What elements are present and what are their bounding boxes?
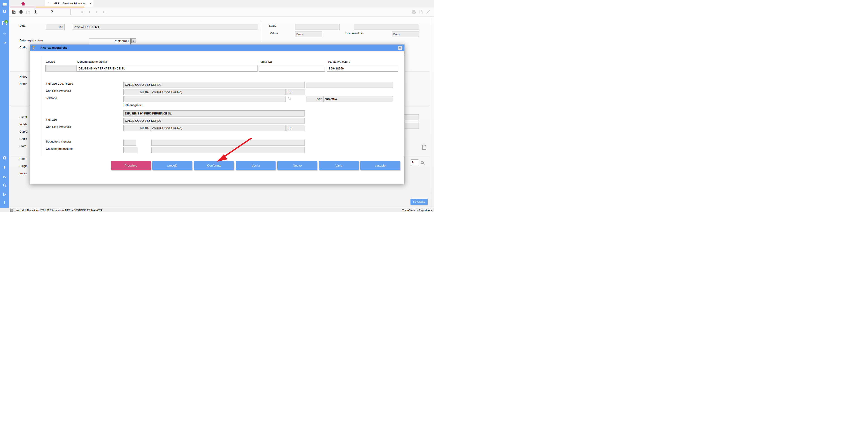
bg-label-codice2: Codic bbox=[20, 137, 27, 141]
nazione-field[interactable]: SPAGNA bbox=[323, 96, 393, 102]
main-toolbar: ? PDF bbox=[9, 7, 434, 17]
status-bar: start: MULTI versione: 2021.01.09 comand… bbox=[0, 208, 434, 212]
cap-field[interactable]: 50004 bbox=[123, 89, 150, 95]
dati-denominazione-field[interactable]: DEUSENS HYPERXPERIENCE SL bbox=[123, 110, 305, 116]
contact-phone-icon[interactable] bbox=[0, 41, 9, 45]
calendar-icon[interactable]: 3 bbox=[131, 38, 136, 43]
top-tab-bar: ☆ MPRI - Gestione Primanota × bbox=[9, 0, 434, 7]
provincia-field[interactable]: EE bbox=[286, 89, 305, 95]
bg-label-codice: Codic bbox=[20, 46, 27, 49]
bg-label-importo: Impor bbox=[20, 171, 27, 175]
telefono-label: Telefono bbox=[46, 96, 57, 100]
saldo-field[interactable] bbox=[295, 24, 340, 30]
print-icon[interactable] bbox=[18, 7, 24, 17]
codice-label: Codice bbox=[46, 60, 55, 63]
indirizzo-cod-fiscale-field[interactable]: CALLE COSO 34,6 DEREC bbox=[123, 82, 305, 88]
ditta-label: Ditta bbox=[20, 24, 26, 27]
notification-badge: 1 bbox=[4, 20, 8, 24]
logout-exit-icon[interactable] bbox=[0, 192, 9, 196]
nav-first-icon[interactable] bbox=[79, 7, 86, 17]
notifications-bell-icon[interactable] bbox=[0, 165, 9, 170]
dati-citta-field[interactable]: ZARAGOZA(SPAGNA) bbox=[151, 125, 286, 131]
documento-in-field[interactable]: Euro bbox=[392, 31, 419, 37]
prossimo-button[interactable]: Prossimo bbox=[111, 161, 151, 170]
saldo-label: Saldo bbox=[269, 24, 276, 27]
nuovo-button[interactable]: Nuovo bbox=[277, 161, 317, 170]
home-button[interactable] bbox=[19, 1, 27, 6]
data-registrazione-field[interactable]: 01/11/2021 bbox=[89, 38, 131, 44]
open-folder-icon[interactable] bbox=[25, 7, 31, 17]
bg-label-indirizzo: Indiriz bbox=[20, 123, 27, 126]
soggetto-a-ritenuta-label: Soggetto a ritenuta bbox=[46, 140, 71, 143]
modal-title: Ricerca anagrafiche bbox=[40, 46, 67, 49]
app-window: U 1 ☆ ec ⋮ ☆ MPRI - Gestione Primanota bbox=[0, 0, 434, 212]
folder-icon: 1 bbox=[2, 22, 7, 25]
support-headset-icon[interactable] bbox=[0, 183, 9, 187]
tab-gestione-primanota[interactable]: ☆ MPRI - Gestione Primanota × bbox=[45, 0, 93, 6]
varia-button[interactable]: Varia bbox=[319, 161, 359, 170]
edit-pencil-icon[interactable] bbox=[425, 7, 431, 17]
ec-logo-icon[interactable]: ec bbox=[0, 174, 9, 179]
partita-iva-field[interactable] bbox=[258, 65, 325, 72]
more-options-dots-icon[interactable]: ⋮ bbox=[0, 200, 9, 205]
tab-title: MPRI - Gestione Primanota bbox=[50, 2, 90, 5]
modal-close-icon[interactable]: ✕ bbox=[398, 46, 402, 50]
dati-indirizzo-field[interactable]: CALLE COSO 34,6 DEREC bbox=[123, 118, 305, 124]
toolbar-separator bbox=[70, 9, 71, 15]
precedente-button[interactable]: preceD bbox=[152, 161, 192, 170]
bg-label-stato: Stato bbox=[20, 144, 26, 148]
upload-export-icon[interactable] bbox=[32, 7, 39, 17]
flag-n-field[interactable]: N bbox=[411, 160, 418, 165]
dati-provincia-field[interactable]: EE bbox=[286, 125, 305, 131]
notifications-folder-icon[interactable]: 1 bbox=[0, 21, 9, 26]
soggetto-a-ritenuta-field[interactable] bbox=[123, 140, 136, 146]
bg-label-cap: Cap/C bbox=[20, 130, 28, 133]
codice-field[interactable] bbox=[45, 65, 76, 72]
indirizzo-estero-field[interactable] bbox=[306, 82, 393, 88]
valuta-field[interactable]: Euro bbox=[295, 31, 322, 37]
user-profile-icon[interactable] bbox=[0, 156, 9, 160]
nav-next-icon[interactable] bbox=[94, 7, 100, 17]
grid-menu-icon[interactable] bbox=[10, 209, 13, 211]
citta-field[interactable]: ZARAGOZA(SPAGNA) bbox=[151, 89, 286, 95]
tab-close-icon[interactable]: × bbox=[90, 2, 91, 5]
export-pdf-icon[interactable]: PDF bbox=[410, 7, 417, 17]
nav-last-icon[interactable] bbox=[101, 7, 107, 17]
saldo-secondary-field[interactable] bbox=[354, 24, 419, 30]
hamburger-menu-icon[interactable] bbox=[0, 2, 9, 7]
ricerca-anagrafiche-modal: Ricerca anagrafiche ✕ Codice Denominazio… bbox=[30, 44, 405, 184]
cap-citta-provincia-label: Cap Città Provincia bbox=[46, 89, 71, 92]
phone-icon[interactable] bbox=[287, 96, 292, 102]
dati-cap-field[interactable]: 50004 bbox=[123, 125, 150, 131]
var-clfo-button[interactable]: var.cLfo bbox=[360, 161, 400, 170]
dati-anagrafici-label: Dati anagrafici bbox=[123, 104, 142, 107]
causale-prestazione-field[interactable] bbox=[123, 147, 138, 153]
indirizzo-label: Indirizzo bbox=[46, 118, 57, 121]
bg-label-riferimento: Riferi bbox=[20, 157, 26, 161]
new-document-icon[interactable] bbox=[418, 7, 424, 17]
screenshot-camera-icon[interactable] bbox=[11, 7, 17, 17]
partita-iva-estera-field[interactable]: B99418956 bbox=[327, 65, 398, 72]
home-icon bbox=[21, 2, 25, 6]
conferma-button[interactable]: Conferma bbox=[194, 161, 234, 170]
uscita-button[interactable]: Uscita bbox=[236, 161, 276, 170]
ditta-code-field[interactable]: 113 bbox=[46, 24, 65, 30]
modal-title-bar[interactable]: Ricerca anagrafiche ✕ bbox=[30, 45, 404, 51]
favorites-star-icon[interactable]: ☆ bbox=[0, 32, 9, 36]
document-page-icon[interactable] bbox=[422, 144, 427, 151]
telefono-field[interactable] bbox=[123, 96, 286, 102]
causale-descrizione-field[interactable] bbox=[151, 147, 305, 153]
bg-label-ndoc2: N.doc bbox=[20, 82, 27, 86]
left-sidebar: U 1 ☆ ec ⋮ bbox=[0, 0, 9, 208]
help-icon[interactable]: ? bbox=[49, 7, 55, 17]
brand-label: TeamSystem Experience bbox=[402, 209, 433, 211]
search-magnifier-icon[interactable] bbox=[421, 161, 425, 166]
prefisso-internazionale-field[interactable]: 067 bbox=[306, 96, 323, 102]
soggetto-descrizione-field[interactable] bbox=[151, 140, 305, 146]
ditta-name-field[interactable]: A2Z WORLD S.R.L. bbox=[73, 24, 257, 30]
f9-uscita-button[interactable]: F9 Uscita bbox=[410, 199, 428, 205]
denominazione-field[interactable]: DEUSENS HYPERXPERIENCE SL bbox=[77, 65, 257, 72]
bg-label-esigibilita: Esigib bbox=[20, 164, 27, 168]
nav-previous-icon[interactable] bbox=[86, 7, 93, 17]
tab-star-icon[interactable]: ☆ bbox=[47, 2, 50, 5]
